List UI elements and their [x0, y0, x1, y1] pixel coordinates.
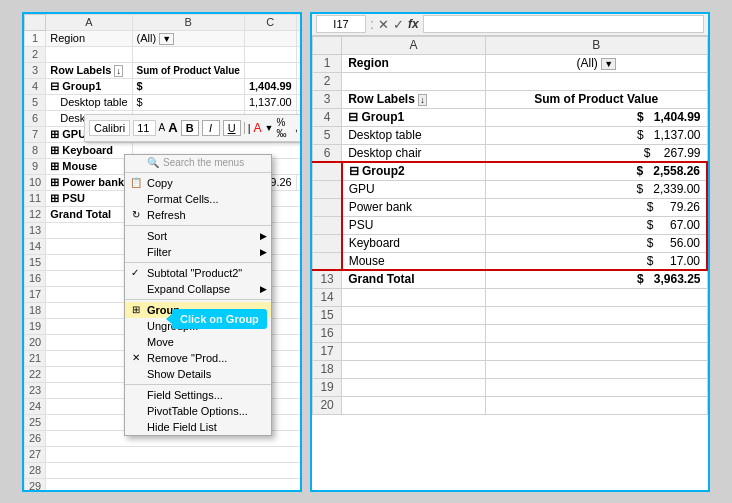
keyboard-label: ⊞ Keyboard: [46, 142, 132, 158]
cell-reference-input[interactable]: [316, 15, 366, 33]
right-desktop-table-label: Desktop table: [342, 126, 486, 144]
show-details-menu-item[interactable]: Show Details: [125, 366, 271, 382]
table-row: 19: [313, 378, 708, 396]
refresh-menu-item[interactable]: ↻ Refresh: [125, 207, 271, 223]
bold-button[interactable]: B: [181, 120, 199, 136]
expand-collapse-label: Expand Collapse: [147, 283, 230, 295]
table-row: 5 Desktop table $ 1,137.00: [25, 94, 303, 110]
powerbank-label: ⊞ Power bank: [46, 174, 132, 190]
show-details-icon: [129, 367, 143, 381]
right-grand-total-label: Grand Total: [342, 270, 486, 288]
table-row: GPU $ 2,339.00: [313, 180, 708, 198]
move-menu-item[interactable]: Move: [125, 334, 271, 350]
table-row: 18: [313, 360, 708, 378]
sort-menu-item[interactable]: Sort: [125, 228, 271, 244]
menu-separator: [125, 172, 271, 173]
confirm-formula-button[interactable]: ✓: [393, 17, 404, 32]
right-grand-total-value: $ 3,963.25: [486, 270, 707, 288]
col-header-a: A: [46, 14, 132, 30]
right-powerbank-label: Power bank: [342, 198, 486, 216]
font-size-selector[interactable]: 11: [133, 120, 155, 136]
right-row-labels-header: Row Labels ↓: [342, 90, 486, 108]
menu-separator: [125, 299, 271, 300]
formula-bar: : ✕ ✓ fx: [312, 14, 708, 36]
table-row: 14: [313, 288, 708, 306]
right-desktop-chair-label: Desktop chair: [342, 144, 486, 162]
table-row: 1 Region (All) ▼: [313, 54, 708, 72]
font-selector[interactable]: Calibri: [89, 120, 130, 136]
right-gpu-label: GPU: [342, 180, 486, 198]
formula-input[interactable]: [423, 15, 704, 33]
table-row: 28: [25, 462, 303, 478]
copy-icon: 📋: [129, 176, 143, 190]
col-header-d: D: [296, 14, 302, 30]
right-desktop-chair-value: $ 267.99: [486, 144, 707, 162]
right-group1-label: ⊟ Group1: [342, 108, 486, 126]
mouse-label: ⊞ Mouse: [46, 158, 132, 174]
field-settings-menu-item[interactable]: Field Settings...: [125, 387, 271, 403]
table-row: 5 Desktop table $ 1,137.00: [313, 126, 708, 144]
refresh-icon: ↻: [129, 208, 143, 222]
table-row: 27: [25, 446, 303, 462]
format-cells-menu-item[interactable]: Format Cells...: [125, 191, 271, 207]
right-region-label: Region: [342, 54, 486, 72]
filter-menu-item[interactable]: Filter: [125, 244, 271, 260]
search-menu-item[interactable]: 🔍 Search the menus: [125, 155, 271, 170]
hide-field-icon: [129, 420, 143, 434]
formatting-toolbar: Calibri 11 A A B I U | A ▼ % ‰ , ⊞: [84, 114, 302, 142]
right-group2-label: ⊟ Group2: [342, 162, 486, 180]
menu-separator: [125, 384, 271, 385]
table-row: 15: [313, 306, 708, 324]
right-mouse-label: Mouse: [342, 252, 486, 270]
col-header-c: C: [244, 14, 296, 30]
right-mouse-value: $ 17.00: [486, 252, 707, 270]
grand-total-label: Grand Total: [46, 206, 132, 222]
group-icon: ⊞: [129, 303, 143, 317]
subtotal-menu-item[interactable]: Subtotal "Product2": [125, 265, 271, 281]
move-icon: [129, 335, 143, 349]
right-col-header-b: B: [486, 36, 707, 54]
sort-icon: [129, 229, 143, 243]
ungroup-icon: [129, 319, 143, 333]
copy-menu-item[interactable]: 📋 Copy: [125, 175, 271, 191]
right-region-value: (All) ▼: [486, 54, 707, 72]
right-desktop-table-value: $ 1,137.00: [486, 126, 707, 144]
col-header-b: B: [132, 14, 244, 30]
pivot-options-menu-item[interactable]: PivotTable Options...: [125, 403, 271, 419]
table-row: 4 ⊟ Group1 $ 1,404.99: [25, 78, 303, 94]
click-on-group-tooltip: Click on Group: [172, 309, 267, 329]
underline-button[interactable]: U: [223, 120, 241, 136]
table-row: 6 Desktop chair $ 267.99: [313, 144, 708, 162]
right-psu-value: $ 67.00: [486, 216, 707, 234]
context-menu: 🔍 Search the menus 📋 Copy Format Cells..…: [124, 154, 272, 436]
expand-collapse-menu-item[interactable]: Expand Collapse: [125, 281, 271, 297]
function-button[interactable]: fx: [408, 17, 419, 31]
table-row: 2: [25, 46, 303, 62]
region-value: (All) ▼: [132, 30, 244, 46]
right-spreadsheet: : ✕ ✓ fx A B 1 Region (All) ▼ 2: [310, 12, 710, 492]
hide-field-list-menu-item[interactable]: Hide Field List: [125, 419, 271, 435]
sum-header: Sum of Product Value: [132, 62, 244, 78]
right-powerbank-value: $ 79.26: [486, 198, 707, 216]
cancel-formula-button[interactable]: ✕: [378, 17, 389, 32]
table-row: 13 Grand Total $ 3,963.25: [313, 270, 708, 288]
left-spreadsheet: A B C D 1 Region (All) ▼ 2: [22, 12, 302, 492]
subtotal-icon: [129, 266, 143, 280]
right-group2-value: $ 2,558.26: [486, 162, 707, 180]
row-labels-header: Row Labels ↓: [46, 62, 132, 78]
table-row: PSU $ 67.00: [313, 216, 708, 234]
italic-button[interactable]: I: [202, 120, 220, 136]
table-row: 3 Row Labels ↓ Sum of Product Value: [25, 62, 303, 78]
remove-menu-item[interactable]: ✕ Remove "Prod...: [125, 350, 271, 366]
expand-collapse-icon: [129, 282, 143, 296]
table-row: 3 Row Labels ↓ Sum of Product Value: [313, 90, 708, 108]
right-gpu-value: $ 2,339.00: [486, 180, 707, 198]
region-label: Region: [46, 30, 132, 46]
menu-separator: [125, 225, 271, 226]
group1-label: ⊟ Group1: [46, 78, 132, 94]
field-settings-icon: [129, 388, 143, 402]
right-keyboard-value: $ 56.00: [486, 234, 707, 252]
right-keyboard-label: Keyboard: [342, 234, 486, 252]
table-row: Mouse $ 17.00: [313, 252, 708, 270]
right-sum-header: Sum of Product Value: [486, 90, 707, 108]
